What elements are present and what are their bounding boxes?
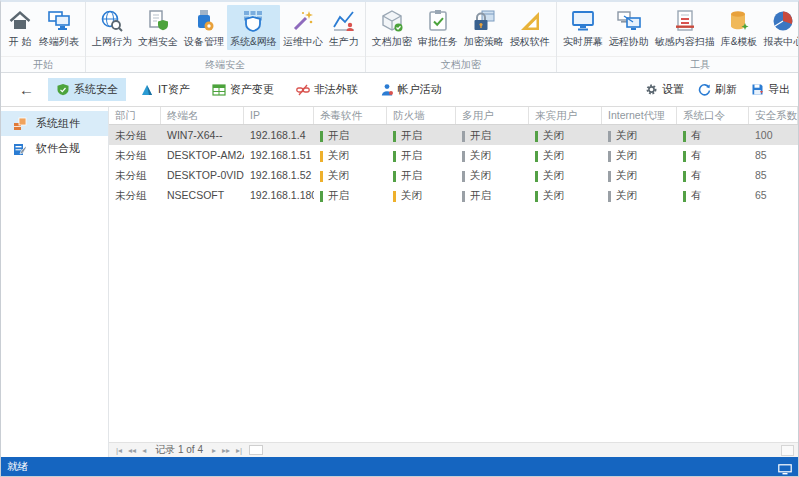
next-page-icon[interactable]: ▸ xyxy=(209,444,219,457)
sidebar-item-label: 系统组件 xyxy=(36,116,80,131)
tab-system-security[interactable]: 系统安全 xyxy=(48,78,126,101)
ribbon-item-ops-center[interactable]: 运维中心 xyxy=(280,5,326,50)
cell-dept: 未分组 xyxy=(109,165,161,185)
tab-illegal-connection[interactable]: 非法外联 xyxy=(288,78,366,101)
cell-score: 100 xyxy=(749,125,798,145)
cell-ip: 192.168.1.4 xyxy=(244,125,314,145)
status-bar xyxy=(462,131,465,142)
ribbon-item-label: 上网行为 xyxy=(92,35,132,49)
ribbon-item-realtime-screen[interactable]: 实时屏幕 xyxy=(560,5,606,50)
cell-firewall: 关闭 xyxy=(387,185,456,205)
tab-account-activity[interactable]: 帐户活动 xyxy=(372,78,450,101)
cell-terminal: DESKTOP-AM2AGL3 xyxy=(161,145,244,165)
status-bar xyxy=(535,191,538,202)
cell-antivirus: 开启 xyxy=(314,185,387,205)
ribbon-item-label: 审批任务 xyxy=(418,35,458,49)
cell-multiuser: 开启 xyxy=(456,185,529,205)
cell-ip: 192.168.1.51 xyxy=(244,145,314,165)
sidebar-item-software-compliance[interactable]: 软件合规 xyxy=(1,136,108,161)
cell-antivirus: 关闭 xyxy=(314,165,387,185)
table-row[interactable]: 未分组 DESKTOP-AM2AGL3 192.168.1.51 关闭 开启 关… xyxy=(109,145,798,165)
next-group-icon[interactable]: ▸▸ xyxy=(219,444,233,457)
export-button[interactable]: 导出 xyxy=(751,82,790,97)
tabbar-actions: 设置 刷新 导出 xyxy=(645,82,790,97)
ribbon-item-label: 库&模板 xyxy=(721,35,758,49)
ribbon-item-doc-encrypt[interactable]: 文档加密 xyxy=(369,5,415,50)
ribbon-item-licensed-software[interactable]: 授权软件 xyxy=(507,5,553,50)
ribbon-item-productivity[interactable]: 生产力 xyxy=(326,5,362,50)
column-header-score[interactable]: 安全系数 xyxy=(749,107,798,124)
ribbon-item-label: 文档安全 xyxy=(138,35,178,49)
grid-empty-area xyxy=(109,205,798,442)
cell-password: 有 xyxy=(677,185,749,205)
scrollbar-corner[interactable] xyxy=(781,445,794,456)
cell-score: 85 xyxy=(749,165,798,185)
prev-group-icon[interactable]: ◂◂ xyxy=(125,444,139,457)
column-header-dept[interactable]: 部门 xyxy=(109,107,161,124)
ribbon-item-label: 终端列表 xyxy=(39,35,79,49)
ribbon-item-web-behavior[interactable]: 上网行为 xyxy=(89,5,135,50)
column-header-proxy[interactable]: Internet代理 xyxy=(602,107,677,124)
cell-firewall: 开启 xyxy=(387,125,456,145)
table-row[interactable]: 未分组 DESKTOP-0VIDMDJ 192.168.1.52 关闭 开启 关… xyxy=(109,165,798,185)
cell-firewall: 开启 xyxy=(387,165,456,185)
action-label: 刷新 xyxy=(715,82,737,97)
ribbon-item-label: 实时屏幕 xyxy=(563,35,603,49)
settings-button[interactable]: 设置 xyxy=(645,82,684,97)
cell-guest: 关闭 xyxy=(529,125,602,145)
tab-label: 资产变更 xyxy=(230,82,274,97)
refresh-button[interactable]: 刷新 xyxy=(698,82,737,97)
tab-it-assets[interactable]: IT资产 xyxy=(132,78,198,101)
column-header-firewall[interactable]: 防火墙 xyxy=(387,107,456,124)
cell-dept: 未分组 xyxy=(109,125,161,145)
pager-edit-box[interactable] xyxy=(249,445,263,455)
grid-panel: 部门 终端名 IP 杀毒软件 防火墙 多用户 来宾用户 Internet代理 系… xyxy=(109,107,798,457)
system-component-icon xyxy=(13,117,27,131)
column-header-ip[interactable]: IP xyxy=(244,107,314,124)
table-row[interactable]: 未分组 NSECSOFT 192.168.1.180 开启 关闭 开启 关闭 关… xyxy=(109,185,798,205)
status-bar xyxy=(393,191,396,202)
cell-score: 65 xyxy=(749,185,798,205)
last-page-icon[interactable]: ▸| xyxy=(233,444,245,457)
cell-ip: 192.168.1.180 xyxy=(244,185,314,205)
column-header-multiuser[interactable]: 多用户 xyxy=(456,107,529,124)
ops-wand-icon xyxy=(290,8,316,34)
ribbon-item-report-center[interactable]: 报表中心 xyxy=(760,5,799,50)
ribbon-item-label: 系统&网络 xyxy=(230,35,277,49)
column-header-password[interactable]: 系统口令 xyxy=(677,107,749,124)
status-bar xyxy=(393,171,396,182)
ribbon-item-doc-security[interactable]: 文档安全 xyxy=(135,5,181,50)
remote-assist-icon xyxy=(616,8,642,34)
ribbon-item-content-scan[interactable]: 敏感内容扫描 xyxy=(652,5,718,50)
cell-antivirus: 关闭 xyxy=(314,145,387,165)
ribbon-item-terminal-list[interactable]: 终端列表 xyxy=(36,5,82,50)
tab-asset-change[interactable]: 资产变更 xyxy=(204,78,282,101)
column-header-guest[interactable]: 来宾用户 xyxy=(529,107,602,124)
cell-ip: 192.168.1.52 xyxy=(244,165,314,185)
web-behavior-icon xyxy=(99,8,125,34)
ribbon-item-approval-tasks[interactable]: 审批任务 xyxy=(415,5,461,50)
back-button[interactable]: ← xyxy=(11,79,42,100)
screen-status-icon[interactable] xyxy=(778,461,792,472)
software-compliance-icon xyxy=(13,142,27,156)
ribbon-item-label: 远程协助 xyxy=(609,35,649,49)
ribbon-item-device-mgmt[interactable]: 设备管理 xyxy=(181,5,227,50)
ribbon-item-encrypt-policy[interactable]: 加密策略 xyxy=(461,5,507,50)
first-page-icon[interactable]: |◂ xyxy=(113,444,125,457)
column-header-terminal[interactable]: 终端名 xyxy=(161,107,244,124)
ribbon-item-system-network[interactable]: 系统&网络 xyxy=(227,5,280,50)
prev-page-icon[interactable]: ◂ xyxy=(139,444,149,457)
policy-lock-icon xyxy=(471,8,497,34)
cell-score: 85 xyxy=(749,145,798,165)
ribbon-item-start[interactable]: 开 始 xyxy=(4,5,36,50)
sidebar-item-system-components[interactable]: 系统组件 xyxy=(1,111,108,136)
column-header-antivirus[interactable]: 杀毒软件 xyxy=(314,107,387,124)
record-navigator: |◂ ◂◂ ◂ 记录 1 of 4 ▸ ▸▸ ▸| xyxy=(109,442,798,457)
tab-label: IT资产 xyxy=(158,82,190,97)
view-tabbar: ← 系统安全 IT资产 资产变更 非法外联 帐户活动 设置 xyxy=(1,73,798,107)
ribbon-item-label: 设备管理 xyxy=(184,35,224,49)
cell-terminal: DESKTOP-0VIDMDJ xyxy=(161,165,244,185)
table-row[interactable]: 未分组 WIN7-X64-- 192.168.1.4 开启 开启 开启 关闭 关… xyxy=(109,125,798,145)
ribbon-item-library-template[interactable]: 库&模板 xyxy=(718,5,761,50)
ribbon-item-remote-assist[interactable]: 远程协助 xyxy=(606,5,652,50)
